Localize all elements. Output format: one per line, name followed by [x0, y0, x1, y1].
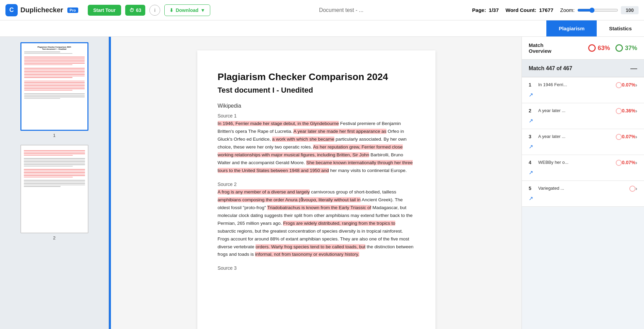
match-pct-2: 0.36%: [622, 108, 635, 113]
right-panel: Match Overview 63% 37% Match 447 of 467 …: [522, 37, 644, 329]
external-link-4[interactable]: ↗: [529, 169, 533, 176]
logo-area: C Duplichecker Pro: [5, 4, 78, 16]
match-list: 1 In 1946 Ferri... 0.07% › ↗ 2 A year la…: [522, 77, 644, 207]
match-num-5: 5: [529, 186, 535, 191]
zoom-control: Zoom: 100: [560, 6, 639, 14]
timer-value: 63: [136, 7, 142, 13]
page-value: 1/37: [489, 7, 499, 13]
info-button[interactable]: i: [149, 5, 160, 16]
stat-red: 63%: [588, 44, 610, 52]
chevron-down-icon-4[interactable]: ›: [635, 160, 637, 166]
source3-label: Source 3: [218, 265, 415, 271]
timer-icon: ⏱: [129, 7, 134, 13]
match-snippet-5: Variegated ...: [538, 186, 627, 191]
match-header-label: Match 447 of 467: [529, 65, 572, 72]
thumb-page-1: Plagiarism Checker Comparison 2024Test d…: [7, 42, 102, 138]
source2-label: Source 2: [218, 182, 415, 187]
match-circle-3: [616, 134, 622, 140]
external-link-3[interactable]: ↗: [529, 143, 533, 150]
match-pct-4: 0.07%: [622, 160, 635, 165]
doc-heading2: Test document I - Unedited: [218, 86, 415, 95]
match-pct-3: 0.07%: [622, 134, 635, 139]
source1-label: Source 1: [218, 113, 415, 119]
document-area: Plagiarism Checker Comparison 2024 Test …: [111, 37, 522, 329]
thumb-page-2: 2: [7, 145, 102, 240]
collapse-button[interactable]: —: [630, 64, 637, 72]
match-snippet-1: In 1946 Ferri...: [538, 82, 613, 87]
source-wiki: Wikipedia: [218, 103, 415, 109]
page-label: Page:: [472, 7, 486, 13]
start-tour-button[interactable]: Start Tour: [88, 5, 121, 16]
download-icon: ⬇: [169, 7, 174, 13]
match-pct-1: 0.07%: [622, 82, 635, 88]
zoom-slider[interactable]: [577, 7, 618, 13]
match-overview: Match Overview 63% 37%: [522, 37, 644, 60]
tabs-bar: Plagiarism Statistics: [0, 20, 644, 37]
thumb-2[interactable]: [20, 145, 88, 233]
source1-paragraph: In 1946, Ferrier made her stage debut, i…: [218, 120, 415, 175]
match-header: Match 447 of 467 —: [522, 60, 644, 77]
match-item-2: 2 A year later ... 0.36% › ↗: [522, 103, 644, 129]
match-item-3: 3 A year later ... 0.07% › ↗: [522, 129, 644, 155]
match-circle-5: [629, 186, 635, 192]
page-info: Page: 1/37: [472, 7, 499, 13]
match-num-2: 2: [529, 108, 535, 113]
match-circle-4: [616, 160, 622, 166]
doc-heading1: Plagiarism Checker Comparison 2024: [218, 71, 415, 83]
circle-red-icon: [588, 44, 596, 52]
match-snippet-4: WEBBy her o...: [538, 160, 613, 165]
timer-button[interactable]: ⏱ 63: [125, 5, 146, 16]
word-count-info: Word Count: 17677: [506, 7, 553, 13]
word-count-value: 17677: [539, 7, 554, 13]
chevron-down-icon-5[interactable]: ›: [635, 186, 637, 192]
match-num-3: 3: [529, 134, 535, 139]
match-circle-2: [616, 108, 622, 114]
download-label: Download: [176, 7, 198, 13]
document-page: Plagiarism Checker Comparison 2024 Test …: [197, 50, 435, 329]
chevron-down-icon-1[interactable]: ›: [635, 82, 637, 88]
match-item-4: 4 WEBBy her o... 0.07% › ↗: [522, 155, 644, 181]
start-tour-label: Start Tour: [93, 7, 116, 13]
header: C Duplichecker Pro Start Tour ⏱ 63 i ⬇ D…: [0, 0, 644, 20]
pro-badge: Pro: [67, 7, 78, 13]
zoom-label: Zoom:: [560, 7, 575, 13]
info-icon: i: [154, 7, 155, 13]
chevron-down-icon: ▼: [200, 7, 205, 13]
stat-green: 37%: [615, 44, 637, 52]
logo-icon: C: [5, 4, 18, 16]
match-snippet-2: A year later ...: [538, 108, 613, 113]
match-snippet-3: A year later ...: [538, 134, 613, 139]
external-link-1[interactable]: ↗: [529, 92, 533, 98]
tab-statistics[interactable]: Statistics: [597, 20, 644, 36]
document-title: Document test - ...: [214, 7, 468, 13]
main-area: Plagiarism Checker Comparison 2024Test d…: [0, 37, 644, 329]
percent-red: 63%: [598, 45, 610, 52]
chevron-down-icon-3[interactable]: ›: [635, 134, 637, 140]
match-item-1: 1 In 1946 Ferri... 0.07% › ↗: [522, 77, 644, 103]
external-link-5[interactable]: ↗: [529, 195, 533, 202]
match-num-1: 1: [529, 82, 535, 88]
match-circle-1: [616, 82, 622, 88]
percent-green: 37%: [625, 45, 637, 52]
word-count-label: Word Count:: [506, 7, 536, 13]
thumb-1[interactable]: Plagiarism Checker Comparison 2024Test d…: [20, 42, 88, 131]
zoom-value: 100: [621, 6, 639, 14]
match-num-4: 4: [529, 160, 535, 165]
sidebar: Plagiarism Checker Comparison 2024Test d…: [0, 37, 109, 329]
chevron-down-icon-2[interactable]: ›: [635, 108, 637, 114]
logo-name: Duplichecker: [20, 6, 63, 14]
download-button[interactable]: ⬇ Download ▼: [164, 4, 210, 16]
match-overview-title: Match Overview: [529, 42, 583, 54]
match-item-5: 5 Variegated ... › ↗: [522, 181, 644, 207]
header-right: Page: 1/37 Word Count: 17677 Zoom: 100: [472, 6, 639, 14]
tab-plagiarism[interactable]: Plagiarism: [546, 20, 597, 36]
circle-green-icon: [615, 44, 623, 52]
source2-paragraph: A frog is any member of a diverse and la…: [218, 188, 415, 258]
thumb-num-2: 2: [53, 235, 55, 240]
external-link-2[interactable]: ↗: [529, 118, 533, 124]
thumb-num-1: 1: [53, 133, 55, 138]
